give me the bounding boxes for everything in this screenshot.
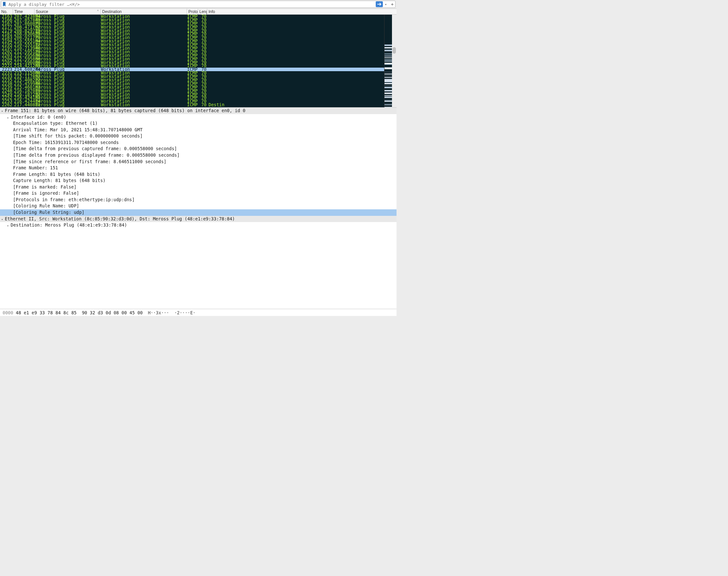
frame-ignored[interactable]: [Frame is ignored: False]	[0, 190, 397, 197]
packet-list[interactable]: 2163207.423894Meross PlugWorkstationICMP…	[0, 15, 384, 107]
coloring-string[interactable]: [Coloring Rule String: udp]	[0, 209, 397, 216]
encapsulation[interactable]: Encapsulation type: Ethernet (1)	[0, 120, 397, 127]
packet-row[interactable]: 2262217.440811Meross PlugWorkstationICMP…	[0, 103, 384, 107]
column-time[interactable]: Time	[13, 9, 34, 14]
frame-number[interactable]: Frame Number: 151	[0, 165, 397, 171]
hex-bytes[interactable]: 48 e1 e9 33 78 84 8c 85 90 32 d3 0d 08 0…	[16, 310, 143, 315]
frame-length[interactable]: Frame Length: 81 bytes (648 bits)	[0, 171, 397, 178]
protocols[interactable]: [Protocols in frame: eth:ethertype:ip:ud…	[0, 197, 397, 203]
since-ref[interactable]: [Time since reference or first frame: 8.…	[0, 159, 397, 165]
ethernet-header[interactable]: Ethernet II, Src: Workstation (8c:85:90:…	[0, 216, 397, 222]
column-length[interactable]: Length	[198, 9, 207, 14]
add-filter-button[interactable]: +	[389, 2, 395, 7]
filter-dropdown-icon[interactable]: ▾	[383, 3, 388, 6]
column-no[interactable]: No.	[0, 9, 13, 14]
capture-length[interactable]: Capture Length: 81 bytes (648 bits)	[0, 177, 397, 184]
scrollbar-thumb[interactable]	[393, 47, 396, 54]
column-source[interactable]: Source	[34, 9, 101, 14]
frame-header[interactable]: Frame 151: 81 bytes on wire (648 bits), …	[0, 108, 397, 114]
display-filter-bar: ▾ +	[1, 1, 396, 8]
eth-dst[interactable]: Destination: Meross Plug (48:e1:e9:33:78…	[0, 222, 397, 229]
time-shift[interactable]: [Time shift for this packet: 0.000000000…	[0, 133, 397, 140]
interface-id[interactable]: Interface id: 0 (en0)	[0, 114, 397, 121]
bookmark-icon[interactable]	[1, 2, 7, 6]
hex-offset: 0000	[0, 310, 16, 315]
packet-list-scrollbar[interactable]	[392, 15, 397, 107]
packet-list-pane: 2163207.423894Meross PlugWorkstationICMP…	[0, 15, 397, 107]
packet-bytes-pane[interactable]: 0000 48 e1 e9 33 78 84 8c 85 90 32 d3 0d…	[0, 309, 397, 316]
display-filter-input[interactable]	[7, 1, 376, 7]
packet-details-pane[interactable]: Frame 151: 81 bytes on wire (648 bits), …	[0, 107, 397, 309]
apply-filter-button[interactable]	[376, 1, 383, 7]
delta-captured[interactable]: [Time delta from previous captured frame…	[0, 146, 397, 152]
packet-minimap[interactable]	[384, 15, 392, 107]
arrival-time[interactable]: Arrival Time: Mar 10, 2021 15:48:31.7071…	[0, 127, 397, 133]
packet-list-columns: No. Time Source Destination Protocol Len…	[0, 8, 397, 15]
delta-displayed[interactable]: [Time delta from previous displayed fram…	[0, 152, 397, 159]
coloring-name[interactable]: [Coloring Rule Name: UDP]	[0, 203, 397, 209]
column-info[interactable]: Info	[207, 9, 397, 14]
column-protocol[interactable]: Protocol	[187, 9, 198, 14]
epoch-time[interactable]: Epoch Time: 1615391311.707148000 seconds	[0, 140, 397, 146]
hex-ascii: H··3x··· ·2····E·	[143, 310, 195, 315]
frame-marked[interactable]: [Frame is marked: False]	[0, 184, 397, 191]
column-destination[interactable]: Destination	[101, 9, 187, 14]
